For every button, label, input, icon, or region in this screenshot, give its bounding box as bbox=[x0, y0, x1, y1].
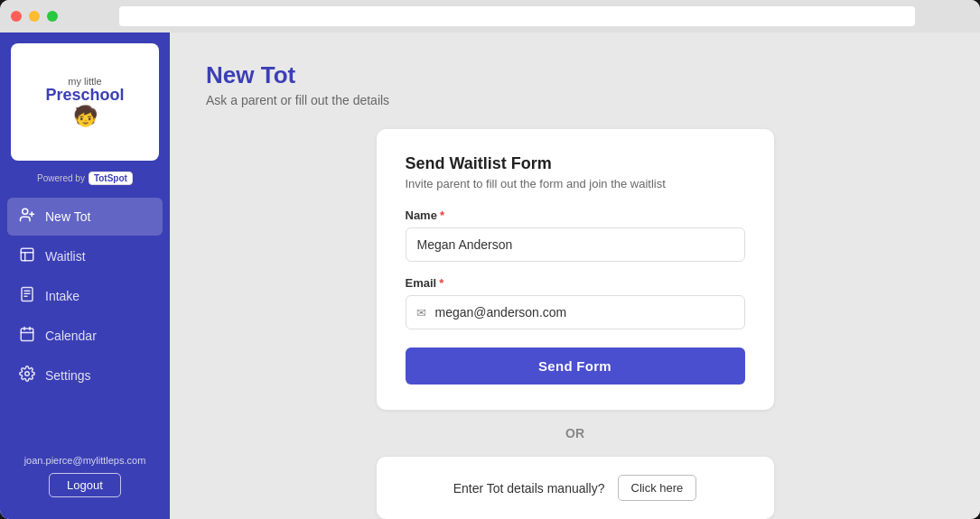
logout-button[interactable]: Logout bbox=[49, 473, 121, 497]
nav-items: New Tot Waitlist bbox=[0, 194, 170, 444]
waitlist-icon bbox=[18, 246, 36, 266]
new-tot-icon bbox=[18, 207, 36, 227]
email-required-star: * bbox=[439, 276, 443, 290]
send-waitlist-form-card: Send Waitlist Form Invite parent to fill… bbox=[377, 129, 774, 410]
app-window: my little Preschool 🧒 Powered by TotSpot bbox=[0, 0, 980, 519]
click-here-button[interactable]: Click here bbox=[618, 475, 697, 501]
manual-entry-card: Enter Tot details manually? Click here bbox=[377, 457, 774, 519]
settings-icon bbox=[18, 366, 36, 385]
sidebar-item-label: Calendar bbox=[45, 329, 97, 343]
sidebar-item-label: Settings bbox=[45, 368, 91, 383]
or-divider: OR bbox=[377, 426, 774, 440]
svg-rect-3 bbox=[21, 248, 33, 261]
name-required-star: * bbox=[440, 209, 444, 222]
sidebar-item-label: Waitlist bbox=[45, 249, 86, 264]
minimize-button[interactable] bbox=[29, 11, 40, 22]
name-input[interactable] bbox=[406, 227, 745, 262]
email-label: Email * bbox=[406, 276, 745, 290]
app-body: my little Preschool 🧒 Powered by TotSpot bbox=[0, 32, 980, 519]
sidebar-item-waitlist[interactable]: Waitlist bbox=[7, 237, 163, 275]
email-input[interactable] bbox=[406, 295, 745, 329]
card-title: Send Waitlist Form bbox=[406, 154, 745, 173]
name-label: Name * bbox=[406, 209, 745, 222]
sidebar-item-intake[interactable]: Intake bbox=[7, 277, 163, 315]
svg-point-0 bbox=[23, 209, 28, 214]
page-title: New Tot bbox=[206, 61, 944, 89]
sidebar-item-label: Intake bbox=[45, 289, 79, 303]
sidebar-item-settings[interactable]: Settings bbox=[7, 357, 163, 394]
logo-icon: 🧒 bbox=[45, 105, 124, 128]
sidebar-item-new-tot[interactable]: New Tot bbox=[7, 198, 163, 236]
logo-main-text: Preschool bbox=[45, 87, 124, 105]
intake-icon bbox=[18, 286, 36, 306]
svg-rect-10 bbox=[21, 329, 33, 341]
send-form-button[interactable]: Send Form bbox=[406, 348, 745, 385]
logo-inner: my little Preschool 🧒 bbox=[38, 69, 131, 135]
card-desc: Invite parent to fill out the form and j… bbox=[406, 177, 745, 190]
sidebar-item-label: New Tot bbox=[45, 209, 90, 224]
manual-entry-text: Enter Tot details manually? bbox=[453, 481, 605, 496]
page-subtitle: Ask a parent or fill out the details bbox=[206, 93, 944, 107]
svg-point-14 bbox=[25, 372, 30, 376]
sidebar: my little Preschool 🧒 Powered by TotSpot bbox=[0, 32, 170, 519]
totspot-badge: TotSpot bbox=[89, 171, 133, 185]
powered-by: Powered by TotSpot bbox=[0, 171, 170, 185]
calendar-icon bbox=[18, 326, 36, 346]
address-bar[interactable] bbox=[119, 6, 915, 26]
maximize-button[interactable] bbox=[47, 11, 58, 22]
email-icon: ✉ bbox=[416, 306, 426, 320]
main-content: New Tot Ask a parent or fill out the det… bbox=[170, 32, 980, 519]
titlebar bbox=[0, 0, 980, 32]
sidebar-item-calendar[interactable]: Calendar bbox=[7, 317, 163, 355]
close-button[interactable] bbox=[11, 11, 22, 22]
user-email: joan.pierce@mylittleps.com bbox=[11, 455, 159, 466]
email-input-wrapper: ✉ bbox=[406, 295, 745, 329]
sidebar-footer: joan.pierce@mylittleps.com Logout bbox=[0, 444, 170, 508]
sidebar-logo: my little Preschool 🧒 bbox=[11, 43, 159, 161]
